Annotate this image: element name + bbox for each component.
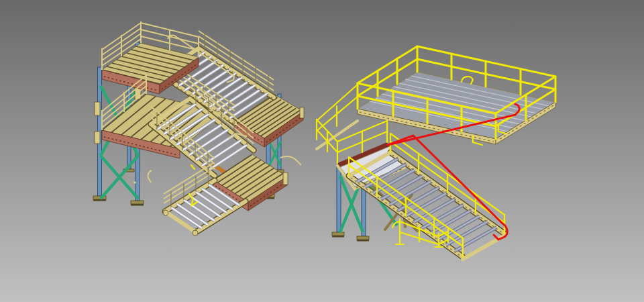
- cad-viewport[interactable]: [0, 0, 644, 302]
- column-bracket: [95, 102, 100, 115]
- platform-mid-right[interactable]: [235, 94, 304, 147]
- left-stair-tower[interactable]: [93, 21, 304, 236]
- model-canvas[interactable]: [0, 0, 644, 302]
- column-bracket: [95, 132, 100, 144]
- right-stair-platform[interactable]: [317, 46, 555, 259]
